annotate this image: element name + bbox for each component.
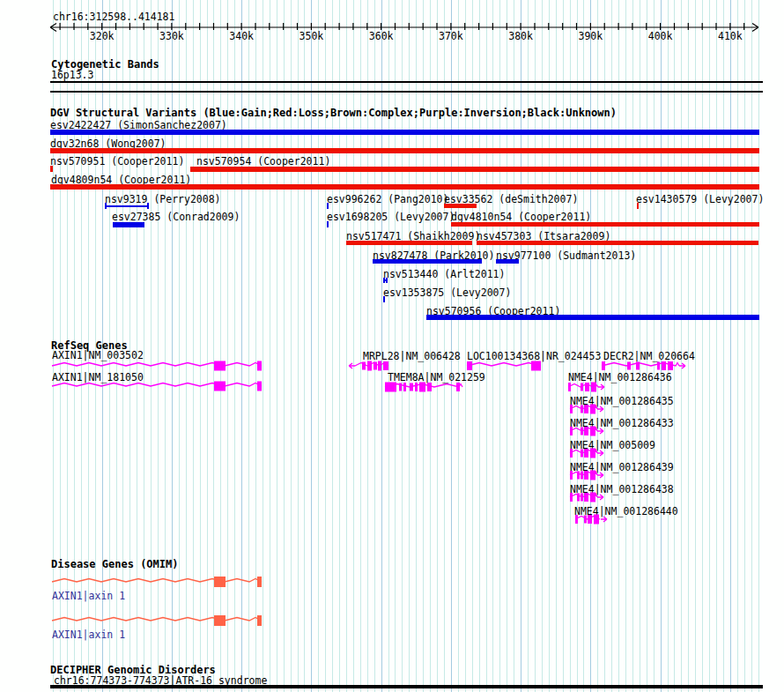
cytoband-name[interactable]: 16p13.3 [51,71,93,80]
variant-tick[interactable] [327,221,329,227]
gridline-minor [709,0,710,692]
variant-bar[interactable] [113,222,144,227]
variant-bar[interactable] [496,259,519,264]
gridline-minor [472,0,473,692]
decipher-region-bar[interactable] [50,685,763,688]
ruler-label: 360k [368,32,395,41]
gridline-minor [625,0,626,692]
gridline-major [661,0,662,692]
variant-bar[interactable] [444,204,477,208]
variant-label[interactable]: esv27385 (Conrad2009) [112,212,240,222]
exon-box [584,427,588,435]
gene-model[interactable] [45,609,269,632]
gridline-minor [304,0,305,692]
exon-box [367,361,372,371]
variant-bar[interactable] [50,148,759,153]
gene-model[interactable] [45,375,269,398]
variant-ibeam[interactable] [383,278,388,283]
gene-model[interactable] [378,376,470,398]
variant-bar[interactable] [50,130,759,135]
gridline-minor [416,0,417,692]
gridline-minor [597,0,598,692]
exon-box [581,406,583,413]
ibeam-line [383,279,388,281]
exon-box [577,494,580,502]
exon-box [257,382,262,391]
cytoband-box[interactable] [50,81,763,93]
gridline-minor [444,0,445,692]
variant-bar[interactable] [451,222,759,227]
gridline-minor [723,0,724,692]
gridline-minor [409,0,410,692]
variant-tick[interactable] [50,166,53,172]
variant-bar[interactable] [477,241,758,245]
variant-label[interactable]: esv1698205 (Levy2007) [327,212,455,222]
gridline-minor [556,0,557,692]
exon-box [399,383,402,391]
exon-box [257,577,262,587]
variant-label[interactable]: esv996262 (Pang2010) [327,195,448,205]
gridline-minor [632,0,633,692]
exon-box [584,516,587,524]
exon-box [584,449,588,458]
gridline-minor [549,0,550,692]
exon-box [568,383,571,391]
gridline-minor [277,0,277,692]
variant-label[interactable]: nsv570954 (Cooper2011) [196,157,330,167]
gridline-minor [758,0,759,692]
ruler-label: 370k [438,32,464,41]
exon-box [362,362,366,370]
variant-ibeam[interactable] [105,203,149,209]
variant-bar[interactable] [50,184,759,190]
section-title-dgv: DGV Structural Variants (Blue:Gain;Red:L… [50,108,617,118]
gridline-minor [681,0,682,692]
ruler-label: 380k [507,32,534,41]
ruler-label: 340k [228,32,255,41]
exon-box [570,405,573,413]
ruler-label: 400k [647,32,674,41]
variant-tick[interactable] [327,203,329,209]
gridline-minor [346,0,347,692]
exon-box [657,362,660,370]
exon-box [668,361,673,370]
exon-box [570,449,573,458]
gridline-minor [604,0,605,692]
gridline-minor [744,0,745,692]
gridline-minor [486,0,487,692]
gridline-minor [423,0,424,692]
exon-box [636,362,640,370]
variant-tick[interactable] [383,296,385,302]
exon-box [590,471,595,480]
variant-label[interactable]: nsv570951 (Cooper2011) [50,157,184,167]
genome-browser-view: chr16:312598..414181 320k330k340k350k360… [0,0,784,692]
ruler-label: 320k [89,32,115,41]
gridline-minor [499,0,500,692]
gridline-minor [318,0,319,692]
exon-box [584,493,588,502]
exon-box [585,383,589,391]
gridline-minor [492,0,493,692]
variant-label[interactable]: nsv513440 (Arlt2011) [383,270,505,279]
gridline-minor [668,0,669,692]
exon-box [214,615,226,626]
gene-model[interactable] [568,508,608,531]
variant-label[interactable]: esv1353875 (Levy2007) [383,288,511,298]
exon-box [662,361,666,370]
gridline-minor [360,0,361,692]
gridline-minor [291,0,292,692]
gridline-minor [388,0,389,692]
exon-box [581,428,583,435]
exon-box [378,361,381,371]
exon-box [427,383,432,391]
variant-bar[interactable] [373,259,482,264]
variant-bar[interactable] [426,315,759,320]
variant-label[interactable]: dgv4810n54 (Cooper2011) [451,212,591,222]
gridline-minor [298,0,299,692]
variant-bar[interactable] [190,167,759,172]
ruler-label: 350k [298,32,324,41]
variant-tick[interactable] [637,203,639,209]
variant-bar[interactable] [346,241,472,245]
variant-label[interactable]: esv1430579 (Levy2007) [636,195,764,205]
gene-model[interactable] [45,570,269,593]
exon-box [570,471,573,480]
